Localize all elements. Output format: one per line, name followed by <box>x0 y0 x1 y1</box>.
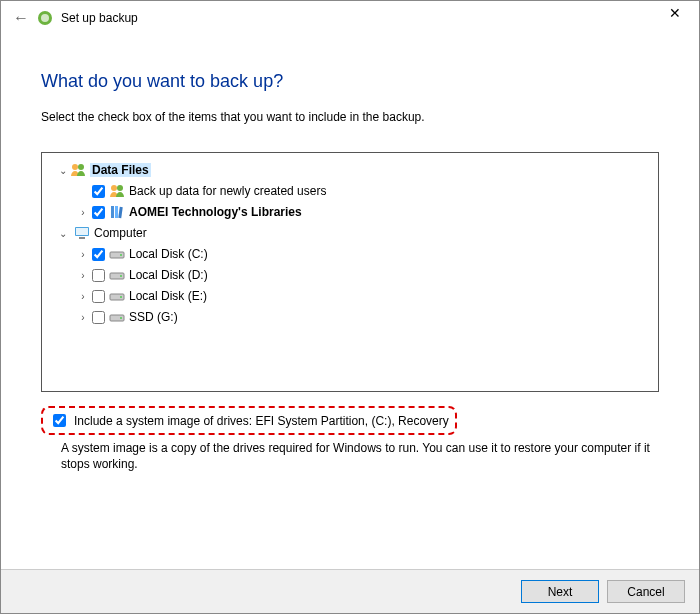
checkbox-disk-d[interactable] <box>92 269 105 282</box>
node-label: Back up data for newly created users <box>129 184 326 198</box>
node-label: AOMEI Technology's Libraries <box>129 205 302 219</box>
expander-icon[interactable]: › <box>76 312 90 323</box>
svg-point-3 <box>111 185 117 191</box>
tree-node-disk-c[interactable]: › Local Disk (C:) <box>46 244 654 264</box>
libraries-icon <box>109 204 125 220</box>
checkbox-newly-created[interactable] <box>92 185 105 198</box>
svg-point-12 <box>120 254 122 256</box>
window-title: Set up backup <box>61 11 138 25</box>
svg-rect-6 <box>115 206 118 218</box>
system-image-label: Include a system image of drives: EFI Sy… <box>74 414 449 428</box>
expander-icon[interactable]: › <box>76 270 90 281</box>
users-icon <box>70 162 86 178</box>
checkbox-system-image[interactable] <box>53 414 66 427</box>
svg-point-1 <box>72 164 78 170</box>
tree-node-data-files[interactable]: ⌄ Data Files <box>46 160 654 180</box>
checkbox-disk-c[interactable] <box>92 248 105 261</box>
back-arrow-icon[interactable]: ← <box>13 9 29 27</box>
instruction-text: Select the check box of the items that y… <box>41 110 659 124</box>
expander-icon[interactable]: › <box>76 249 90 260</box>
close-button[interactable]: ✕ <box>661 3 689 23</box>
expander-icon[interactable]: ⌄ <box>56 228 70 239</box>
system-image-highlight: Include a system image of drives: EFI Sy… <box>41 406 457 435</box>
drive-icon <box>109 246 125 262</box>
node-label: SSD (G:) <box>129 310 178 324</box>
node-label: Local Disk (C:) <box>129 247 208 261</box>
drive-icon <box>109 267 125 283</box>
backup-tree: ⌄ Data Files Back up data for newly crea… <box>41 152 659 392</box>
checkbox-libraries[interactable] <box>92 206 105 219</box>
tree-node-disk-d[interactable]: › Local Disk (D:) <box>46 265 654 285</box>
tree-node-libraries[interactable]: › AOMEI Technology's Libraries <box>46 202 654 222</box>
node-label: Local Disk (D:) <box>129 268 208 282</box>
window-header: ← Set up backup <box>1 1 699 35</box>
svg-rect-5 <box>111 206 114 218</box>
svg-point-2 <box>78 164 84 170</box>
tree-node-newly-created[interactable]: Back up data for newly created users <box>46 181 654 201</box>
svg-rect-10 <box>79 237 85 239</box>
users-icon <box>109 183 125 199</box>
checkbox-disk-e[interactable] <box>92 290 105 303</box>
checkbox-ssd-g[interactable] <box>92 311 105 324</box>
app-icon <box>37 10 53 26</box>
cancel-button[interactable]: Cancel <box>607 580 685 603</box>
svg-rect-7 <box>118 207 123 218</box>
tree-node-ssd-g[interactable]: › SSD (G:) <box>46 307 654 327</box>
computer-icon <box>74 225 90 241</box>
system-image-description: A system image is a copy of the drives r… <box>61 441 699 472</box>
svg-point-18 <box>120 317 122 319</box>
tree-node-computer[interactable]: ⌄ Computer <box>46 223 654 243</box>
svg-point-16 <box>120 296 122 298</box>
drive-icon <box>109 288 125 304</box>
tree-node-disk-e[interactable]: › Local Disk (E:) <box>46 286 654 306</box>
node-label: Local Disk (E:) <box>129 289 207 303</box>
svg-point-14 <box>120 275 122 277</box>
node-label: Data Files <box>90 163 151 177</box>
page-heading: What do you want to back up? <box>41 71 659 92</box>
drive-icon <box>109 309 125 325</box>
expander-icon[interactable]: ⌄ <box>56 165 70 176</box>
footer: Next Cancel <box>1 569 699 613</box>
svg-point-4 <box>117 185 123 191</box>
expander-icon[interactable]: › <box>76 207 90 218</box>
svg-rect-9 <box>76 228 88 235</box>
expander-icon[interactable]: › <box>76 291 90 302</box>
next-button[interactable]: Next <box>521 580 599 603</box>
node-label: Computer <box>94 226 147 240</box>
